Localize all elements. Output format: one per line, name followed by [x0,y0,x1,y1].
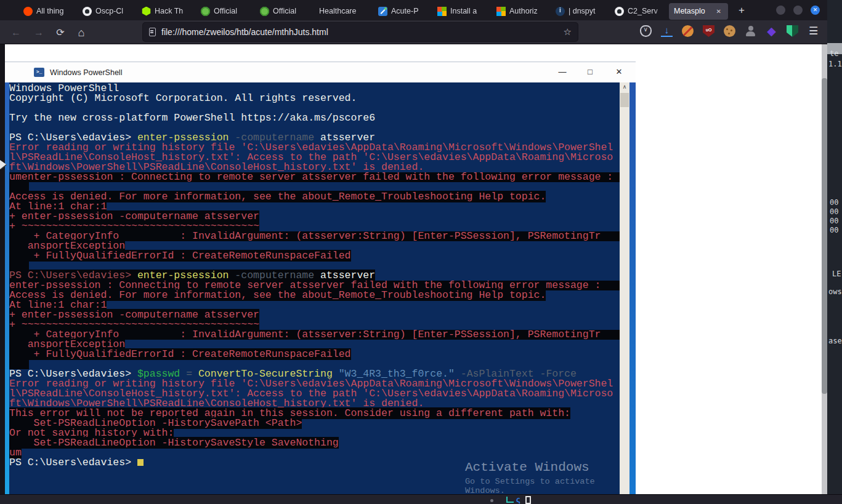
pocket-icon[interactable] [640,25,652,37]
ps-scrollbar-thumb [620,93,629,107]
terminal-line: Copyright (C) Microsoft Corporation. All… [9,94,620,103]
browser-tab[interactable]: All thing [18,3,78,20]
background-terminal-text: 00 [830,226,838,234]
tab-bar: All thingOscp-ClHack ThOfficialOfficialH… [0,0,827,20]
background-terminal-text: LE [832,270,841,278]
github-favicon-icon [615,7,624,16]
tab-title: Acute-P [391,7,418,15]
reload-button[interactable]: ⟳ [53,25,68,40]
tab-title: All thing [36,7,63,15]
taskbar-window-icon [525,496,531,504]
ms-favicon-icon [496,7,506,16]
menu-icon[interactable]: ☰ [808,25,819,37]
browser-tab[interactable]: Healthcare [314,3,373,20]
tab-title: C2_Serv [628,7,658,15]
background-terminal-text: 00 [830,198,838,207]
background-terminal-strip: te1.100000000LEowsase [827,0,842,504]
ps-scrollbar-up-icon: ∧ [620,82,629,92]
browser-scrollbar[interactable] [822,44,827,494]
mouse-cursor-icon [0,160,6,169]
htb-favicon-icon [142,7,151,16]
browser-tab[interactable]: Hack Th [137,3,196,20]
back-button[interactable]: ← [9,25,23,40]
powershell-titlebar: >_ Windows PowerShell — □ ✕ [5,62,636,82]
browser-tab[interactable]: Authoriz [492,3,551,20]
tab-close-icon[interactable]: ✕ [714,7,723,15]
layers-icon[interactable]: ◆ [766,25,777,37]
terminal-line: umenter-pssession : Connecting to remote… [9,172,620,182]
green-favicon-icon [260,7,269,16]
acute-favicon-icon [378,7,387,16]
ps-close-button: ✕ [609,62,629,83]
url-text[interactable]: file:///home/zweilos/htb/acute/mthhJuts.… [161,27,558,37]
forward-button[interactable]: → [31,25,46,40]
page-viewport: >_ Windows PowerShell — □ ✕ Activate Win… [5,44,822,494]
browser-tab[interactable]: Official [255,3,314,20]
green-favicon-icon [201,7,210,16]
tab-title: Healthcare [319,7,356,15]
browser-scrollbar-thumb[interactable] [822,78,827,394]
download-icon[interactable]: ↓ [661,25,673,37]
new-tab-button[interactable]: + [734,3,749,18]
tab-title: Metasplo [674,7,705,15]
browser-tab[interactable]: Official [196,3,255,20]
activate-windows-watermark: Activate Windows Go to Settings to activ… [465,460,620,494]
close-window-button[interactable]: ✕ [811,6,820,15]
terminal-output: Activate Windows Go to Settings to activ… [9,82,620,494]
profile-icon[interactable] [745,25,756,37]
background-terminal-text: 00 [830,207,838,216]
taskbar-blue-icon: ς [516,495,520,504]
tab-title: Official [273,7,296,15]
background-terminal-text: ase [828,337,842,345]
dnspy-favicon-icon [556,7,565,16]
browser-tab[interactable]: Acute-P [373,3,432,20]
navigation-toolbar: ← → ⟳ ⌂ file:///home/zweilos/htb/acute/m… [0,20,827,44]
ps-terminal-scrollbar: ∧ [620,82,629,494]
home-button[interactable]: ⌂ [74,25,89,40]
toolbar-extensions: ↓ uO ◆ ☰ [640,25,819,37]
shield-icon[interactable] [787,25,798,37]
tab-title: Install a [450,7,477,15]
browser-tab[interactable]: C2_Serv [610,3,669,20]
bookmark-star-icon[interactable]: ☆ [564,26,572,38]
terminal-cursor [137,459,144,466]
minimize-window-button[interactable] [776,6,785,15]
powershell-icon: >_ [34,68,44,77]
cookie-blocker-icon[interactable] [682,25,694,37]
browser-tab[interactable]: Oscp-Cl [78,3,137,20]
taskbar-bracket-icon [506,497,514,503]
reddit-favicon-icon [23,7,33,16]
watermark-subtitle: Go to Settings to activate Windows. [465,477,620,494]
url-bar[interactable]: file:///home/zweilos/htb/acute/mthhJuts.… [143,23,578,41]
terminal-line: + FullyQualifiedErrorId : CreateRemoteRu… [9,251,620,261]
tab-title: Authoriz [509,7,538,15]
maximize-window-button[interactable] [793,6,803,15]
browser-tab[interactable]: Install a [432,3,492,20]
ublock-icon[interactable]: uO [703,25,714,37]
tab-title: | dnspyt [569,7,596,15]
tab-title: Hack Th [155,7,183,15]
terminal-line: Set-PSReadLineOption -HistorySaveStyle S… [9,438,620,448]
powershell-title: Windows PowerShell [50,68,122,77]
tab-title: Official [214,7,237,15]
desktop-edge-left [0,44,5,494]
background-terminal-text: 00 [830,217,838,225]
desktop-taskbar-sliver: ς [0,494,842,504]
terminal-line: + FullyQualifiedErrorId : CreateRemoteRu… [9,350,620,359]
window-controls: ✕ [776,6,820,15]
powershell-window-screenshot: >_ Windows PowerShell — □ ✕ Activate Win… [5,62,636,494]
ms-favicon-icon [437,7,447,16]
firefox-window: All thingOscp-ClHack ThOfficialOfficialH… [0,0,827,494]
cookie-manager-icon[interactable] [724,25,735,37]
browser-tab[interactable]: Metasplo✕ [669,3,728,20]
watermark-title: Activate Windows [465,460,620,474]
ps-window-left-border [5,82,9,494]
browser-tab[interactable]: | dnspyt [551,3,610,20]
github-favicon-icon [83,7,92,16]
terminal-line: Try the new cross-platform PowerShell ht… [9,113,620,123]
taskbar-dot-icon [490,499,493,502]
ps-window-right-border [629,82,636,494]
background-terminal-text: ows [828,287,842,296]
page-file-icon [149,28,156,36]
tab-strip: All thingOscp-ClHack ThOfficialOfficialH… [18,0,728,20]
